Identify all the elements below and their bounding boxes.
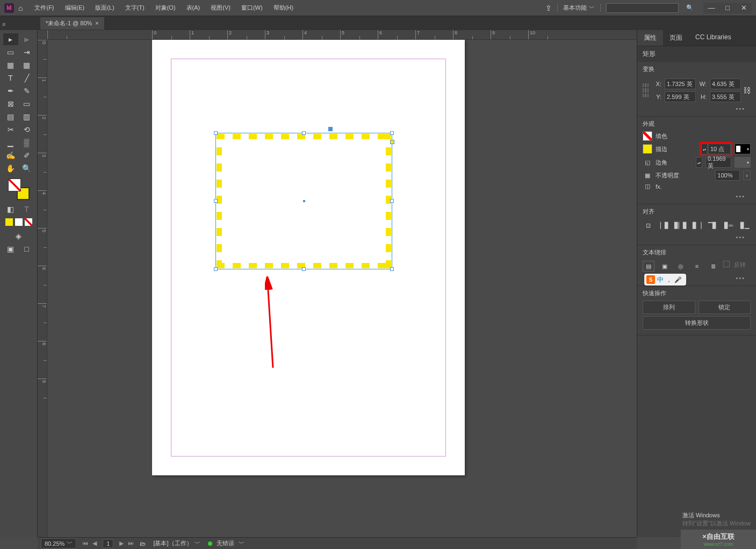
document-tab[interactable]: *未命名-1 @ 80% × xyxy=(40,17,104,30)
gap-tool[interactable]: ⇥ xyxy=(19,46,34,58)
stroke-weight-stepper[interactable]: ▴▾ xyxy=(701,144,708,154)
transform-more-options[interactable]: ••• xyxy=(643,104,751,113)
last-page-icon[interactable]: ⏭ xyxy=(126,540,135,547)
center-point[interactable] xyxy=(303,200,305,202)
direct-selection-tool[interactable]: ▹ xyxy=(19,33,34,45)
corner-stepper[interactable]: ▴▾ xyxy=(696,157,702,168)
ime-floating-toolbar[interactable]: S 中 ， 🎤 xyxy=(644,274,686,286)
ime-mic-icon[interactable]: 🎤 xyxy=(674,276,682,283)
wrap-none-icon[interactable]: ▤ xyxy=(643,261,654,272)
opacity-flyout-icon[interactable]: › xyxy=(743,170,751,180)
resize-handle-n[interactable] xyxy=(302,131,306,135)
tab-properties[interactable]: 属性 xyxy=(637,30,663,46)
prev-page-icon[interactable]: ◀ xyxy=(91,540,98,547)
link-wh-icon[interactable]: ⛓ xyxy=(743,86,751,95)
resize-handle-se[interactable] xyxy=(390,267,394,271)
menu-edit[interactable]: 编辑(E) xyxy=(60,4,90,12)
ruler-origin[interactable] xyxy=(38,30,47,40)
w-input[interactable]: 4.635 英 xyxy=(710,79,741,89)
appearance-more-options[interactable]: ••• xyxy=(643,192,751,201)
master-page-dropdown[interactable]: [基本]（工作）﹀ xyxy=(150,539,203,548)
stroke-color-swatch[interactable] xyxy=(643,144,652,154)
tab-cc-libraries[interactable]: CC Libraries xyxy=(689,30,738,46)
pen-tool[interactable]: ✒ xyxy=(3,85,18,97)
menu-help[interactable]: 帮助(H) xyxy=(268,4,299,12)
opacity-input[interactable]: 100% xyxy=(715,170,740,181)
first-page-icon[interactable]: ⏮ xyxy=(81,540,90,547)
pencil-tool[interactable]: ✎ xyxy=(19,85,34,97)
menu-file[interactable]: 文件(F) xyxy=(29,4,59,12)
invert-checkbox[interactable] xyxy=(723,261,730,267)
share-icon[interactable]: ⇪ xyxy=(545,4,552,12)
tab-pages[interactable]: 页面 xyxy=(663,30,689,46)
menu-text[interactable]: 文字(T) xyxy=(120,4,150,12)
home-icon[interactable]: ⌂ xyxy=(18,4,23,12)
align-more-options[interactable]: ••• xyxy=(643,233,751,241)
fill-stroke-swatch[interactable] xyxy=(8,179,30,200)
view-mode-1[interactable]: ◈ xyxy=(11,230,26,242)
stroke-weight-input[interactable]: 10 点 xyxy=(708,144,731,154)
arrange-button[interactable]: 排列 xyxy=(643,301,695,314)
menu-layout[interactable]: 版面(L) xyxy=(90,4,119,12)
corner-live-handle[interactable] xyxy=(390,140,394,144)
formatting-container-icon[interactable]: ◧ xyxy=(3,203,18,215)
screen-mode-normal[interactable]: ▣ xyxy=(3,243,18,255)
y-input[interactable]: 2.599 英 xyxy=(665,91,696,102)
scissors-tool[interactable]: ✂ xyxy=(3,124,18,136)
tab-scroll-icon[interactable]: ≡ xyxy=(2,21,5,27)
resize-handle-w[interactable] xyxy=(214,199,218,203)
minimize-button[interactable]: — xyxy=(703,3,719,13)
reference-point-selector[interactable] xyxy=(643,83,649,97)
maximize-button[interactable]: □ xyxy=(719,3,736,13)
resize-handle-sw[interactable] xyxy=(214,267,218,271)
screen-mode-preview[interactable]: □ xyxy=(19,243,34,255)
x-input[interactable]: 1.7325 英 xyxy=(665,79,696,89)
ime-lang-label[interactable]: 中 xyxy=(657,275,664,284)
type-tool[interactable]: T xyxy=(3,72,18,84)
align-right-icon[interactable]: ▊▕ xyxy=(691,220,703,231)
selection-tool[interactable]: ▸ xyxy=(3,33,18,45)
page[interactable] xyxy=(152,40,465,475)
resize-handle-nw[interactable] xyxy=(214,131,218,135)
rectangle-tool[interactable]: ▭ xyxy=(19,98,34,110)
corner-shape-dropdown[interactable]: ▾ xyxy=(735,157,751,168)
hand-tool[interactable]: ✋ xyxy=(3,162,18,174)
preflight-status-label[interactable]: 无错误 xyxy=(217,539,234,547)
eyedropper-tool[interactable]: ✐ xyxy=(19,149,34,161)
fx-label[interactable]: fx. xyxy=(656,183,662,190)
close-button[interactable]: ✕ xyxy=(736,3,752,13)
align-hcenter-icon[interactable]: ▊▏▊ xyxy=(675,220,687,231)
next-page-icon[interactable]: ▶ xyxy=(118,540,125,547)
resize-handle-e[interactable] xyxy=(390,199,394,203)
zoom-level-dropdown[interactable]: 80.25%﹀ xyxy=(41,538,76,548)
align-vcenter-icon[interactable]: ▊═ xyxy=(723,220,735,231)
ime-punct-label[interactable]: ， xyxy=(666,275,672,284)
menu-table[interactable]: 表(A) xyxy=(181,4,206,12)
line-tool[interactable]: ╱ xyxy=(19,72,34,84)
selected-rectangle-object[interactable] xyxy=(217,134,391,268)
resize-handle-s[interactable] xyxy=(302,267,306,271)
canvas-viewport[interactable] xyxy=(47,40,631,532)
rectangle-frame-tool[interactable]: ⊠ xyxy=(3,98,18,110)
wrap-jump-icon[interactable]: ≡ xyxy=(691,261,703,272)
gradient-feather-tool[interactable]: ▒ xyxy=(19,137,34,148)
menu-window[interactable]: 窗口(W) xyxy=(236,4,268,12)
corner-radius-input[interactable]: 0.1969 英 xyxy=(705,157,731,168)
wrap-shape-icon[interactable]: ◎ xyxy=(675,261,687,272)
fill-swatch[interactable] xyxy=(8,179,21,191)
note-tool[interactable]: ✍ xyxy=(3,149,18,161)
vertical-ruler[interactable]: 0123456789 xyxy=(38,40,47,537)
page-tool[interactable]: ▭ xyxy=(3,46,18,58)
stroke-style-dropdown[interactable]: ▾ xyxy=(735,144,751,154)
lock-button[interactable]: 锁定 xyxy=(699,301,751,314)
wrap-bounding-icon[interactable]: ▣ xyxy=(659,261,671,272)
open-nav-icon[interactable]: 🗁 xyxy=(140,540,146,547)
align-to-page-icon[interactable]: ⊡ xyxy=(643,220,654,231)
swatch-yellow[interactable] xyxy=(5,218,13,226)
fill-color-swatch[interactable] xyxy=(643,131,652,141)
ime-logo-icon[interactable]: S xyxy=(646,275,655,284)
align-left-icon[interactable]: ▏▊ xyxy=(659,220,671,231)
table-tool-1[interactable]: ▤ xyxy=(3,111,18,123)
align-bottom-icon[interactable]: ▊▁ xyxy=(739,220,751,231)
search-icon[interactable]: 🔍 xyxy=(686,4,694,11)
